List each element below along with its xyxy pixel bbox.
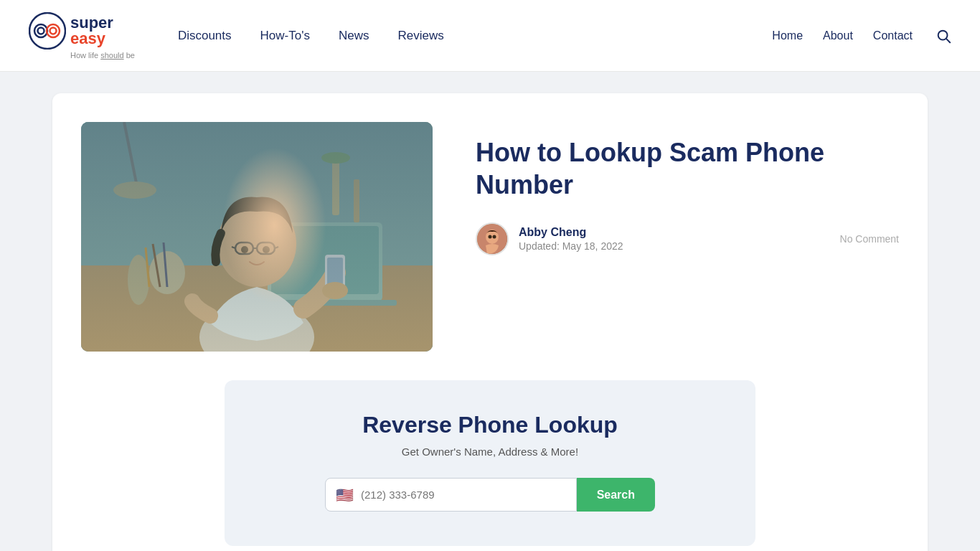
svg-point-31 xyxy=(321,152,350,164)
article-hero-image xyxy=(81,122,433,352)
nav-contact[interactable]: Contact xyxy=(873,29,913,42)
article-meta: How to Lookup Scam Phone Number xyxy=(476,122,899,260)
site-logo[interactable]: super easy How life should be xyxy=(29,12,135,60)
svg-rect-10 xyxy=(268,222,382,301)
svg-point-34 xyxy=(113,182,156,199)
svg-rect-12 xyxy=(253,300,397,306)
us-flag-icon: 🇺🇸 xyxy=(336,488,354,502)
phone-number-input[interactable] xyxy=(361,479,566,511)
header-right: Home About Contact xyxy=(772,28,951,44)
nav-item-reviews[interactable]: Reviews xyxy=(397,29,443,43)
article-image-wrapper xyxy=(81,122,433,352)
svg-point-19 xyxy=(217,201,296,287)
svg-point-37 xyxy=(489,235,492,239)
hero-illustration xyxy=(81,122,433,352)
article-top: How to Lookup Scam Phone Number xyxy=(81,122,899,352)
svg-line-24 xyxy=(275,247,278,248)
avatar-image xyxy=(477,224,507,254)
svg-point-13 xyxy=(149,251,185,294)
author-info: Abby Cheng Updated: May 18, 2022 xyxy=(519,226,830,252)
nav-item-news[interactable]: News xyxy=(339,29,369,43)
logo-easy: easy xyxy=(70,31,113,47)
nav-item-discounts[interactable]: Discounts xyxy=(178,29,232,43)
secondary-nav: Home About Contact xyxy=(772,29,913,42)
svg-line-33 xyxy=(124,122,138,194)
svg-line-17 xyxy=(164,242,167,287)
site-header: super easy How life should be Discounts … xyxy=(0,0,980,72)
svg-rect-26 xyxy=(327,258,343,285)
svg-rect-9 xyxy=(81,265,433,352)
svg-rect-30 xyxy=(332,158,339,215)
logo-super: super xyxy=(70,15,113,31)
main-nav: Discounts How-To's News Reviews xyxy=(178,29,444,43)
page-wrapper: How to Lookup Scam Phone Number xyxy=(31,93,949,551)
svg-rect-7 xyxy=(81,122,433,352)
article-title: How to Lookup Scam Phone Number xyxy=(476,136,899,201)
svg-point-38 xyxy=(493,235,496,239)
svg-rect-11 xyxy=(271,226,379,294)
logo-text: super easy xyxy=(70,15,113,47)
svg-line-16 xyxy=(146,248,149,287)
svg-point-4 xyxy=(50,27,57,34)
author-date: Updated: May 18, 2022 xyxy=(519,240,830,252)
author-row: Abby Cheng Updated: May 18, 2022 No Comm… xyxy=(476,222,899,255)
widget-title: Reverse Phone Lookup xyxy=(362,412,618,438)
svg-point-3 xyxy=(47,24,60,37)
nav-home[interactable]: Home xyxy=(772,29,803,42)
svg-line-23 xyxy=(232,247,235,248)
svg-point-18 xyxy=(199,301,314,352)
svg-rect-32 xyxy=(354,179,359,222)
widget-input-row: 🇺🇸 Search xyxy=(325,478,655,512)
phone-search-button[interactable]: Search xyxy=(577,478,655,512)
phone-lookup-widget: Reverse Phone Lookup Get Owner's Name, A… xyxy=(225,380,755,546)
svg-point-29 xyxy=(263,246,270,253)
search-icon xyxy=(936,28,951,44)
article-card: How to Lookup Scam Phone Number xyxy=(52,93,928,551)
nav-item-howtos[interactable]: How-To's xyxy=(260,29,310,43)
widget-subtitle: Get Owner's Name, Address & More! xyxy=(402,446,578,458)
svg-point-27 xyxy=(322,282,348,299)
no-comment-label: No Comment xyxy=(840,233,899,245)
svg-line-6 xyxy=(946,39,950,42)
svg-rect-25 xyxy=(325,255,345,289)
svg-line-15 xyxy=(153,244,160,287)
author-avatar xyxy=(476,222,509,255)
nav-about[interactable]: About xyxy=(823,29,853,42)
svg-point-2 xyxy=(38,27,44,34)
svg-point-1 xyxy=(34,24,47,37)
logo-icon xyxy=(29,12,66,50)
phone-input-wrapper: 🇺🇸 xyxy=(325,478,577,512)
svg-rect-8 xyxy=(81,122,433,265)
svg-rect-21 xyxy=(257,242,275,254)
svg-rect-20 xyxy=(235,242,253,254)
header-search-button[interactable] xyxy=(936,28,951,44)
svg-point-14 xyxy=(128,255,149,305)
header-left: super easy How life should be Discounts … xyxy=(29,12,444,60)
svg-point-28 xyxy=(241,246,248,253)
logo-tagline: How life should be xyxy=(70,51,135,60)
author-name: Abby Cheng xyxy=(519,226,830,239)
